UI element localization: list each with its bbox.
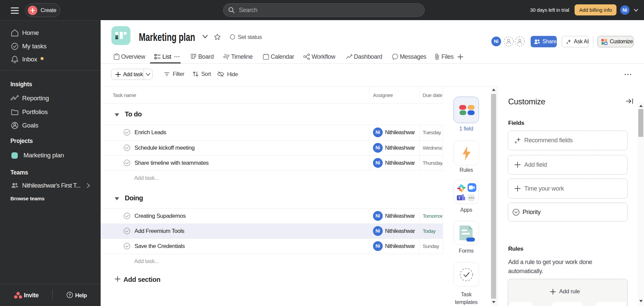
svg-text:?: ? [68,293,71,298]
svg-text:T: T [458,196,461,200]
